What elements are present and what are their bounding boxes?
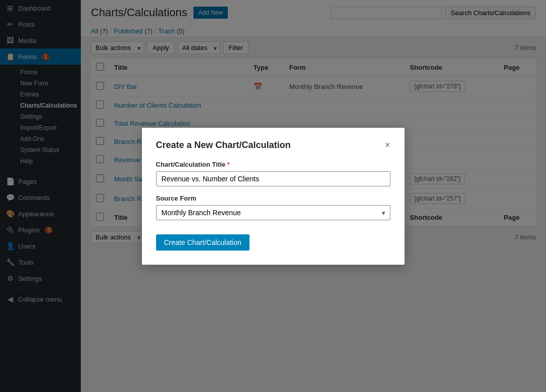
create-chart-button[interactable]: Create Chart/Calculation [156,234,250,251]
source-form-group: Source Form Monthly Branch Revenue [156,194,390,220]
title-form-group: Chart/Calculation Title * [156,161,390,186]
source-form-label: Source Form [156,194,390,202]
required-marker: * [227,161,230,168]
source-form-wrap: Monthly Branch Revenue [156,205,390,220]
modal: Create a New Chart/Calculation × Chart/C… [142,128,405,265]
source-form-select[interactable]: Monthly Branch Revenue [156,205,390,220]
modal-close-button[interactable]: × [385,140,390,150]
title-label: Chart/Calculation Title * [156,161,390,168]
chart-title-input[interactable] [156,171,390,186]
modal-overlay: Create a New Chart/Calculation × Chart/C… [0,0,546,392]
modal-title: Create a New Chart/Calculation [156,140,291,151]
modal-header: Create a New Chart/Calculation × [156,140,390,151]
